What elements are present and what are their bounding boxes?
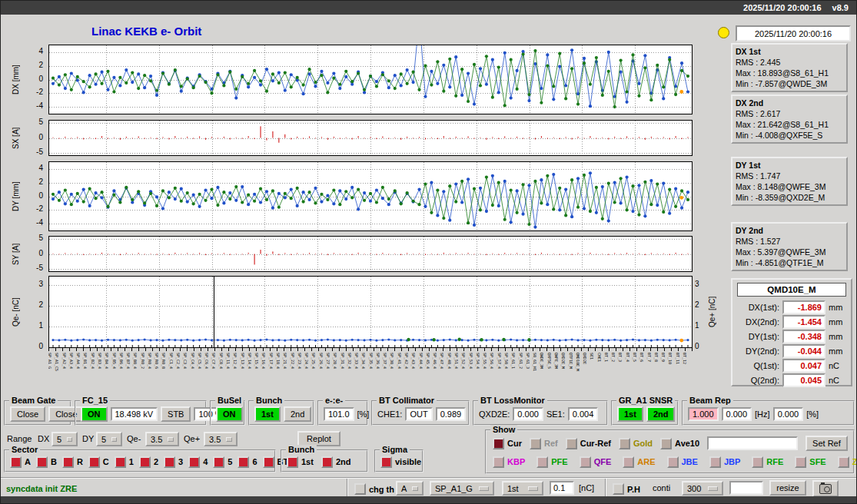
show-qfe-toggle[interactable]: QFE xyxy=(580,456,612,468)
gr-snsr-group: GR_A1 SNSR 1st 2nd xyxy=(611,400,679,426)
interval-select[interactable]: 300 xyxy=(682,481,723,496)
ph-toggle[interactable]: P.H xyxy=(613,483,640,495)
sector-a-toggle[interactable]: A xyxy=(10,456,31,468)
y-tick-label: -2 xyxy=(36,88,43,96)
y-tick-label: 2 xyxy=(38,300,43,309)
fc15-stb-button[interactable]: STB xyxy=(161,406,191,422)
qe-minus-axis-label: Qe- [nC] xyxy=(10,276,22,348)
x-axis-label: QTF1E_M xyxy=(569,353,573,369)
resize-button[interactable]: resize xyxy=(769,480,806,496)
bunch-2nd-toggle[interactable]: 2nd xyxy=(321,456,351,468)
sector-b-toggle[interactable]: B xyxy=(36,456,57,468)
checkbox-icon xyxy=(10,456,22,468)
bunch-1st-toggle[interactable]: 1st xyxy=(287,456,314,468)
sector-2-toggle[interactable]: 2 xyxy=(139,456,158,468)
gr-snsr-1st-button[interactable]: 1st xyxy=(617,406,643,422)
checkbox-icon xyxy=(188,456,200,468)
show-are-toggle[interactable]: ARE xyxy=(623,456,655,468)
y-tick-label: -5 xyxy=(36,148,43,156)
sector-4-toggle[interactable]: 4 xyxy=(188,456,208,468)
ee-ratio-title: e-:e- xyxy=(323,396,345,405)
threshold-input[interactable] xyxy=(550,481,574,495)
separator xyxy=(605,479,606,497)
monitor-row-value: -1.869 xyxy=(782,300,825,314)
busel-on-button[interactable]: ON xyxy=(216,406,243,422)
option-menu-bar-icon xyxy=(67,437,72,442)
stats-min: Min : -8.359@QXD2E_M xyxy=(736,192,843,203)
x-axis-label: SP_41_4 xyxy=(397,353,402,369)
monitor-name[interactable]: QMD10E_M xyxy=(737,283,846,297)
show-rfe-toggle[interactable]: RFE xyxy=(752,456,783,468)
che1-state-display: OUT xyxy=(405,407,432,421)
sigma-visible-toggle[interactable]: visible xyxy=(380,456,421,468)
range-qe-minus-select[interactable]: 3.5 xyxy=(145,432,179,446)
sector-3-toggle[interactable]: 3 xyxy=(164,456,183,468)
show-pfe-toggle[interactable]: PFE xyxy=(536,456,567,468)
x-axis-label: SP_33_4 xyxy=(354,353,359,369)
sector-6-toggle[interactable]: 6 xyxy=(238,456,257,468)
checkbox-icon xyxy=(536,456,548,468)
show-ave10-toggle[interactable]: Ave10 xyxy=(660,438,699,449)
checkbox-icon xyxy=(752,456,763,468)
x-axis-label: SP_C2_4 xyxy=(176,353,181,369)
monitor-row-value: -0.348 xyxy=(782,330,825,343)
che1-value-display: 0.989 xyxy=(436,407,467,421)
snapshot-button[interactable] xyxy=(812,480,839,497)
show-item-label: Gold xyxy=(633,439,653,448)
checkbox-icon xyxy=(660,438,672,449)
fc15-on-button[interactable]: ON xyxy=(81,406,108,422)
monitor-row-label: DX(1st): xyxy=(735,303,779,312)
monitor-select[interactable]: SP_A1_G xyxy=(430,481,494,496)
checkbox-icon xyxy=(566,438,577,449)
x-axis-label: BT_8 xyxy=(654,353,659,362)
chg-th-toggle[interactable]: chg th xyxy=(354,483,394,495)
ref-name-input[interactable] xyxy=(707,436,798,450)
sector-5-toggle[interactable]: 5 xyxy=(213,456,232,468)
monitor-row-label: DY(2nd): xyxy=(735,346,779,356)
range-dx-select[interactable]: 5 xyxy=(51,432,78,446)
show-jbp-toggle[interactable]: JBP xyxy=(709,456,740,468)
show-ref-toggle[interactable]: Ref xyxy=(530,438,558,449)
gr-snsr-2nd-button[interactable]: 2nd xyxy=(646,406,676,422)
x-axis-label: SP_18_4 xyxy=(276,353,281,369)
bunch-1st-button[interactable]: 1st xyxy=(254,406,281,422)
range-qe-minus-label: Qe- xyxy=(127,434,141,443)
show-cur-toggle[interactable]: Cur xyxy=(493,438,522,449)
dy-1st-stats: DY 1st RMS : 1.747 Max : 8.148@QWFE_3M M… xyxy=(731,157,848,206)
sector-c-toggle[interactable]: C xyxy=(88,456,109,468)
option-menu-bar-icon xyxy=(168,437,174,442)
x-axis-label: SP_C7_4 xyxy=(211,353,216,369)
range-dy-select[interactable]: 5 xyxy=(96,432,122,446)
sector-1-toggle[interactable]: 1 xyxy=(115,456,134,468)
sector-item-label: 5 xyxy=(228,457,232,466)
x-axis-label: SP_36_4 xyxy=(376,353,380,369)
set-ref-button[interactable]: Set Ref xyxy=(806,436,848,451)
sector-select[interactable]: A xyxy=(396,481,424,496)
aux-input[interactable] xyxy=(729,481,763,495)
bunch-number-select[interactable]: 1st xyxy=(502,481,543,496)
x-axis-label: SP_C1_4 xyxy=(169,353,174,369)
y-tick-label: 0 xyxy=(38,342,43,350)
dy-axis-label: DY [mm] xyxy=(10,161,22,231)
show-kbp-toggle[interactable]: KBP xyxy=(493,456,525,468)
beam-gate-close-1-button[interactable]: Close xyxy=(10,406,45,422)
show-zre-toggle[interactable]: ZRE xyxy=(838,456,857,468)
show-sfe-toggle[interactable]: SFE xyxy=(795,456,825,468)
show-item-label: ARE xyxy=(637,457,655,466)
show-jbe-toggle[interactable]: JBE xyxy=(667,456,698,468)
x-axis-label: SP_53_4 xyxy=(469,353,473,369)
show-item-label: PFE xyxy=(551,457,567,466)
sigma-title: Sigma xyxy=(380,445,410,454)
sy-plot xyxy=(48,236,693,272)
x-axis-label: QWFE_3M xyxy=(554,353,559,369)
checkbox-icon xyxy=(623,456,634,468)
monitor-row-unit: mm xyxy=(829,303,842,312)
sector-r-toggle[interactable]: R xyxy=(62,456,83,468)
range-qe-plus-select[interactable]: 3.5 xyxy=(204,432,238,446)
show-cur-ref-toggle[interactable]: Cur-Ref xyxy=(566,438,611,449)
show-gold-toggle[interactable]: Gold xyxy=(619,438,653,449)
replot-button[interactable]: Replot xyxy=(297,431,340,446)
sector-group: Sector A B R C 1 2 3 4 5 6 BT xyxy=(4,449,276,472)
x-axis-label: SP_51_4 xyxy=(454,353,459,369)
bunch-2nd-button[interactable]: 2nd xyxy=(284,406,311,422)
